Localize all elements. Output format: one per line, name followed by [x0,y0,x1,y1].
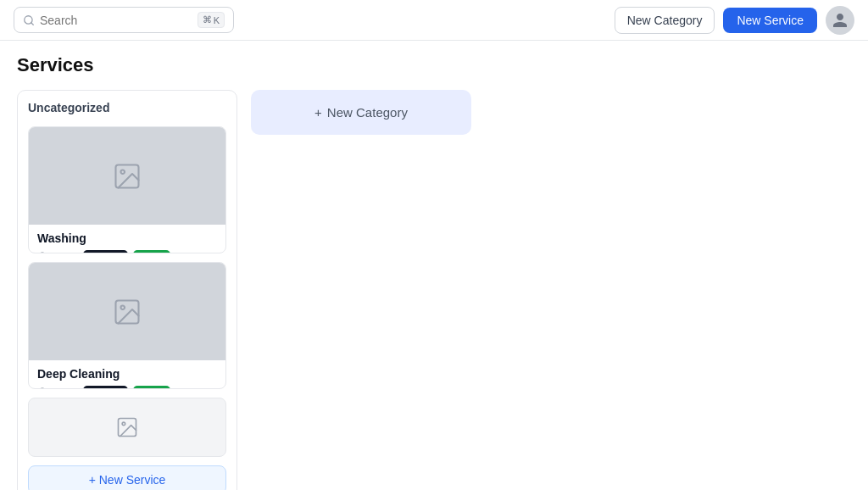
search-input[interactable] [40,14,192,27]
kbd-key: K [214,15,220,25]
svg-point-7 [38,388,47,389]
svg-point-3 [121,170,125,174]
svg-point-9 [122,422,125,426]
service-card-deep-cleaning[interactable]: Deep Cleaning 30min $100.00 Public [28,262,226,389]
service-card-body-deep-cleaning: Deep Cleaning 30min $100.00 Public [29,360,225,389]
category-title: Uncategorized [28,101,226,118]
new-category-large-button[interactable]: + New Category [251,90,471,135]
duration-text-deep-cleaning: 30min [50,387,78,389]
new-category-col: + New Category [251,90,471,135]
service-meta-washing: 30min $100.00 Public [37,250,217,253]
image-placeholder-icon-small [115,415,139,439]
avatar[interactable] [826,6,854,35]
categories-row: Uncategorized Washing [17,90,851,490]
new-category-button[interactable]: New Category [615,7,715,34]
service-meta-deep-cleaning: 30min $100.00 Public [37,386,217,389]
service-image-deep-cleaning [29,263,225,360]
main-content: Services Uncategorized Washing [0,41,868,490]
service-card-body-washing: Washing 30min $100.00 Public [29,225,225,253]
service-card-washing[interactable]: Washing 30min $100.00 Public [28,126,226,253]
search-icon [23,14,35,26]
price-badge-washing: $100.00 [83,250,129,253]
svg-line-1 [31,22,34,25]
category-col-uncategorized: Uncategorized Washing [17,90,237,490]
new-category-plus-icon: + [314,105,322,120]
svg-point-6 [121,305,125,309]
topbar-actions: New Category New Service [615,6,854,35]
topbar: ⌘ K New Category New Service [0,0,868,41]
image-placeholder-icon [112,297,142,327]
clock-icon [37,387,47,389]
service-card-placeholder [28,398,226,457]
search-box[interactable]: ⌘ K [14,7,234,33]
service-duration-washing: 30min [37,251,78,253]
visibility-badge-washing: Public [133,250,170,253]
service-duration-deep-cleaning: 30min [37,387,78,389]
new-service-button-bottom[interactable]: + New Service [28,465,226,490]
new-category-label: New Category [327,105,408,120]
clock-icon [37,252,47,253]
duration-text-washing: 30min [50,251,78,253]
keyboard-shortcut-badge: ⌘ K [198,12,225,28]
page-title: Services [17,54,851,76]
kbd-modifier: ⌘ [203,14,212,25]
image-placeholder-icon [112,161,142,192]
service-name-deep-cleaning: Deep Cleaning [37,367,217,381]
service-image-washing [29,127,225,225]
svg-point-4 [38,253,47,253]
visibility-badge-deep-cleaning: Public [133,386,170,389]
new-service-button-top[interactable]: New Service [723,8,817,33]
price-badge-deep-cleaning: $100.00 [83,386,129,389]
service-name-washing: Washing [37,231,217,245]
